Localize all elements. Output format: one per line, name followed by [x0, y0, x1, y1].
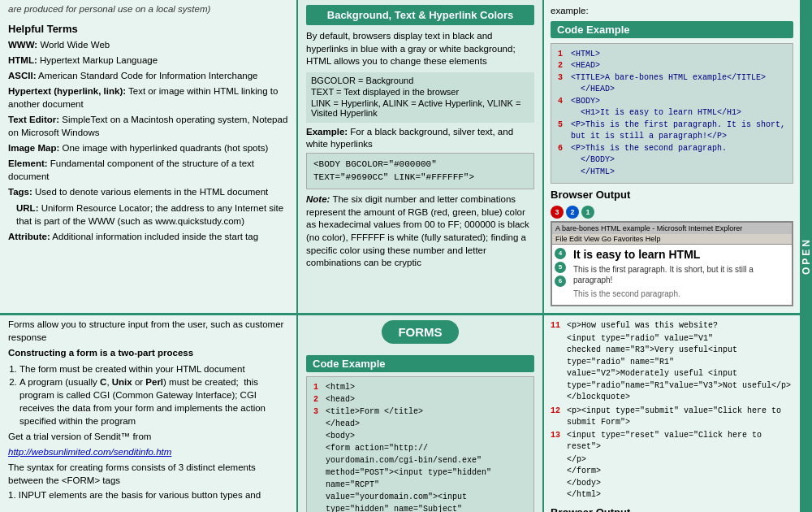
code-text-4b: <H1>It is easy to learn HTML</H1>: [571, 107, 741, 119]
forms-steps: The form must be created within your HTM…: [8, 362, 288, 427]
browser-title-bar: A bare-bones HTML example - Microsoft In…: [552, 223, 792, 234]
note-label: Note:: [306, 194, 330, 204]
right-code-line-13: 13 <input type="reset" value="Click here…: [551, 430, 793, 453]
forms-step-2: A program (usually C, Unix or Perl) must…: [19, 375, 288, 427]
code-line-4b: <H1>It is easy to learn HTML</H1>: [558, 107, 786, 119]
term-attribute-def: Additional information included inside t…: [52, 232, 258, 241]
line-num-2: 2: [558, 60, 568, 72]
browser-content-area: 4 5 6 It is easy to learn HTML This is t…: [552, 245, 792, 306]
right-code-block: 11 <p>How useful was this website? <inpu…: [551, 320, 793, 501]
forms-code-inner: 1 2 3 <html><head><title>Form </title></…: [313, 381, 527, 512]
mid-top-panel: Background, Text & Hyperlink Colors By d…: [296, 0, 544, 313]
code-text-5: <P>This is the first paragraph. It is sh…: [571, 119, 786, 143]
term-texteditor-label: Text Editor:: [8, 115, 59, 124]
right-num-12: 12: [551, 406, 564, 429]
formula-text-text: TEXT = Text displayed in the browser: [311, 87, 459, 97]
intro-text: are produced for personal use on a local…: [8, 3, 288, 16]
bgcolor-section-header: Background, Text & Hyperlink Colors: [306, 5, 534, 25]
term-url: URL: Uniform Resource Locator; the addre…: [8, 202, 288, 228]
code-line-6c: </HTML>: [558, 167, 786, 179]
right-code-line-12: 12 <p><input type="submit" value="Click …: [551, 406, 793, 429]
formula-text: TEXT = Text displayed in the browser: [311, 87, 529, 97]
example-code-box: <BODY BGCOLOR="#000000"TEXT="#9690CC" LI…: [306, 153, 534, 190]
badge-2: 2: [566, 206, 579, 219]
term-imagemap-label: Image Map:: [8, 143, 59, 153]
right-text-11: <p>How useful was this website?: [567, 320, 718, 332]
formula-link: LINK = Hyperlink, ALINK = Active Hyperli…: [311, 98, 529, 118]
term-url-def: Uniform Resource Locator; the address to…: [16, 203, 283, 226]
html-code-box: 1<HTML> 2<HEAD> 3<TITLE>A bare-bones HTM…: [551, 43, 793, 184]
code-text-2: <HEAD>: [571, 60, 600, 72]
right-text-12: <p><input type="submit" value="Click her…: [567, 406, 793, 429]
browser-h1: It is easy to learn HTML: [573, 248, 787, 261]
term-texteditor: Text Editor: SimpleText on a Macintosh o…: [8, 113, 288, 139]
code-line-3: 3<TITLE>A bare-bones HTML example</TITLE…: [558, 72, 786, 85]
trial-link-url[interactable]: http://websunlimited.com/senditinfo.htm: [8, 447, 171, 457]
open-tab-text: OPEN: [801, 237, 812, 275]
badge-3: 3: [551, 206, 564, 219]
forms-line-nums: 1 2 3: [313, 381, 322, 512]
line-num-5: 5: [558, 119, 568, 143]
right-top-panel: example: Code Example 1<HTML> 2<HEAD> 3<…: [544, 0, 800, 313]
line-num-6c: [558, 167, 568, 179]
browser-output-header: Browser Output: [551, 188, 793, 202]
forms-code-html: <html><head><title>Form </title></head><…: [326, 383, 491, 512]
input-text: 1. INPUT elements are the basis for vari…: [8, 489, 288, 502]
helpful-terms-title: Helpful Terms: [8, 23, 288, 35]
example-code: <BODY BGCOLOR="#000000"TEXT="#9690CC" LI…: [313, 159, 474, 182]
term-tags-label: Tags:: [8, 187, 32, 197]
term-url-label: URL:: [16, 203, 38, 213]
code-example-header: Code Example: [551, 21, 793, 38]
page-layout: are produced for personal use on a local…: [0, 0, 800, 512]
code-line-5: 5<P>This is the first paragraph. It is s…: [558, 119, 786, 143]
forms-num-1: 1: [313, 381, 322, 393]
line-num-1: 1: [558, 49, 568, 61]
code-line-6: 6<P>This is the second paragraph.: [558, 143, 786, 155]
term-ascii-def: American Standard Code for Information I…: [38, 71, 257, 80]
code-line-1: 1<HTML>: [558, 49, 786, 61]
term-imagemap: Image Map: One image with hyperlinked qu…: [8, 141, 288, 154]
browser-badges-top: 3 2 1: [551, 206, 793, 219]
term-imagemap-def: One image with hyperlinked quadrants (ho…: [62, 143, 268, 153]
example-label-bold: Example:: [306, 127, 348, 137]
right-num-13: 13: [551, 430, 564, 453]
note-text: Note: The six digit number and letter co…: [306, 193, 534, 269]
right-code-11-rest: <input type="radio" value="V1" checked n…: [567, 333, 793, 404]
browser-content: It is easy to learn HTML This is the fir…: [568, 245, 792, 306]
line-num-4b: [558, 107, 568, 119]
code-text-6: <P>This is the second paragraph.: [571, 143, 727, 155]
term-html: HTML: Hypertext Markup Language: [8, 54, 288, 67]
term-element: Element: Fundamental component of the st…: [8, 157, 288, 183]
bgcolor-title: Background, Text & Hyperlink Colors: [327, 9, 513, 21]
code-example-title: Code Example: [557, 24, 630, 36]
term-html-label: HTML:: [8, 55, 37, 65]
forms-code-header: Code Example: [306, 355, 534, 372]
code-line-3b: </HEAD>: [558, 84, 786, 96]
left-bottom-panel: Forms allow you to structure input from …: [0, 315, 296, 512]
line-num-6b: [558, 154, 568, 167]
trial-link: http://websunlimited.com/senditinfo.htm: [8, 446, 288, 459]
right-bottom-panel: 11 <p>How useful was this website? <inpu…: [544, 315, 800, 512]
forms-code-box: 1 2 3 <html><head><title>Form </title></…: [306, 376, 534, 512]
right-end-lines: </p> </form> </body> </html>: [567, 454, 793, 501]
code-line-6b: </BODY>: [558, 154, 786, 167]
term-www-label: WWW:: [8, 40, 37, 50]
two-part-title: Constructing a form is a two-part proces…: [8, 347, 288, 360]
term-html-def: Hypertext Markup Language: [40, 55, 158, 65]
forms-code-text: <html><head><title>Form </title></head><…: [326, 381, 491, 512]
term-tags-def: Used to denote various elements in the H…: [35, 187, 268, 197]
bgcolor-intro: By default, browsers display text in bla…: [306, 30, 534, 68]
browser-menu-items: File Edit View Go Favorites Help: [555, 235, 660, 243]
formula-bgcolor-text: BGCOLOR = Background: [311, 76, 413, 85]
forms-code-title: Code Example: [313, 358, 386, 370]
line-num-6: 6: [558, 143, 568, 155]
code-text-6b: </BODY>: [571, 154, 615, 167]
forms-intro: Forms allow you to structure input from …: [8, 319, 288, 344]
term-ascii: ASCII: American Standard Code for Inform…: [8, 69, 288, 82]
forms-section-header: FORMS: [382, 320, 458, 344]
browser-badge-6: 6: [555, 276, 566, 287]
syntax-text: The syntax for creating forms consists o…: [8, 462, 288, 487]
browser-window: A bare-bones HTML example - Microsoft In…: [551, 221, 793, 307]
example-label: Example: For a black background, silver …: [306, 126, 534, 151]
open-tab[interactable]: OPEN: [800, 0, 812, 512]
